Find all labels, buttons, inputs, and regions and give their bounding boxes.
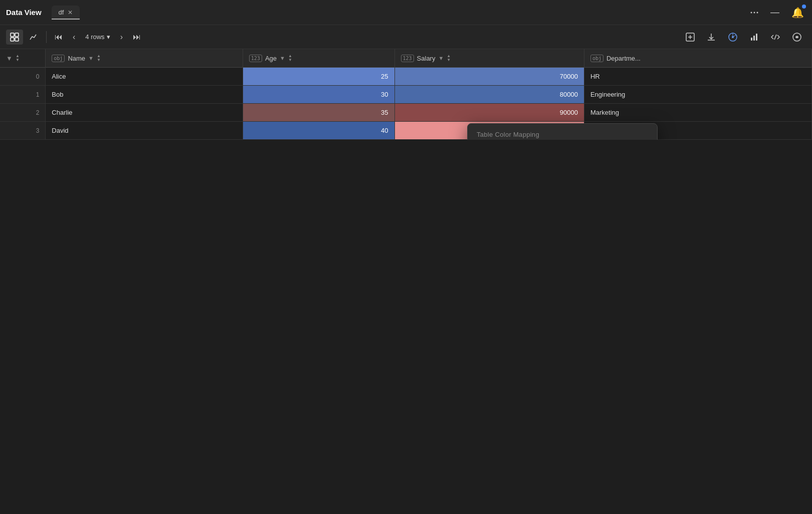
tab-label: df xyxy=(59,9,64,16)
add-column-button[interactable] xyxy=(682,30,699,45)
age-sort-icon[interactable]: ▲▼ xyxy=(288,54,292,62)
name-type-icon: obj xyxy=(52,55,65,62)
add-column-icon xyxy=(686,33,695,42)
row-0-name: Alice xyxy=(46,68,243,86)
row-2-index: 2 xyxy=(0,104,46,122)
table-area: ▼ ▲▼ obj Name ▼ ▲▼ 123 Age xyxy=(0,49,812,140)
name-column-label: Name xyxy=(68,55,85,62)
prev-page-button[interactable]: ‹ xyxy=(69,30,79,45)
tab-close-icon[interactable]: ✕ xyxy=(68,9,73,16)
row-0-dept: HR xyxy=(584,68,811,86)
stats-icon xyxy=(750,33,759,42)
table-view-button[interactable] xyxy=(6,30,23,45)
first-page-button[interactable]: ⏮ xyxy=(51,30,67,45)
code-button[interactable] xyxy=(767,30,784,45)
chart-view-button[interactable] xyxy=(25,30,42,45)
dept-type-icon: obj xyxy=(590,55,603,62)
filter-toggle-icon[interactable]: ▼ xyxy=(6,55,13,62)
notification-bell-icon: 🔔 xyxy=(791,7,804,19)
age-column-label: Age xyxy=(265,55,277,62)
svg-rect-6 xyxy=(15,38,19,41)
download-icon xyxy=(707,33,716,42)
app-name: Data View xyxy=(6,8,42,17)
row-1-dept: Engineering xyxy=(584,86,811,104)
table-header-row: ▼ ▲▼ obj Name ▼ ▲▼ 123 Age xyxy=(0,49,812,68)
table-row: 3 David 40 100000 Finance xyxy=(0,122,812,140)
row-1-index: 1 xyxy=(0,86,46,104)
svg-point-2 xyxy=(757,12,758,13)
svg-rect-15 xyxy=(756,34,757,41)
sort-arrows-icon[interactable]: ▲▼ xyxy=(16,54,20,62)
age-filter-icon[interactable]: ▼ xyxy=(280,55,285,61)
table-body: 0 Alice 25 70000 HR 1 Bob 30 80000 Engin… xyxy=(0,68,812,140)
svg-rect-3 xyxy=(11,33,14,37)
dropdown-title: Table Color Mapping xyxy=(468,124,657,140)
salary-sort-icon[interactable]: ▲▼ xyxy=(447,54,451,62)
stats-button[interactable] xyxy=(746,30,763,45)
table-row: 1 Bob 30 80000 Engineering xyxy=(0,86,812,104)
svg-point-18 xyxy=(796,36,798,38)
color-mapping-dropdown: Table Color Mapping Off Sequential ✓ Div… xyxy=(467,123,658,140)
color-mapping-button[interactable] xyxy=(724,29,742,45)
bell-button[interactable]: 🔔 xyxy=(789,5,806,21)
table-row: 0 Alice 25 70000 HR xyxy=(0,68,812,86)
age-type-icon: 123 xyxy=(249,55,262,62)
row-1-salary: 80000 xyxy=(394,86,584,104)
svg-point-12 xyxy=(732,36,734,38)
name-column-header: obj Name ▼ ▲▼ xyxy=(46,49,243,68)
salary-type-icon: 123 xyxy=(401,55,414,62)
row-3-age: 40 xyxy=(243,122,394,140)
row-1-age: 30 xyxy=(243,86,394,104)
minimize-button[interactable]: — xyxy=(768,5,781,20)
svg-rect-14 xyxy=(753,36,755,41)
row-2-salary: 90000 xyxy=(394,104,584,122)
row-0-salary: 70000 xyxy=(394,68,584,86)
index-header: ▼ ▲▼ xyxy=(0,49,46,68)
salary-filter-icon[interactable]: ▼ xyxy=(438,55,444,61)
row-0-age: 25 xyxy=(243,68,394,86)
table-view-icon xyxy=(10,33,19,42)
data-table: ▼ ▲▼ obj Name ▼ ▲▼ 123 Age xyxy=(0,49,812,140)
age-column-header: 123 Age ▼ ▲▼ xyxy=(243,49,394,68)
title-bar: Data View df ✕ — 🔔 xyxy=(0,0,812,25)
department-column-header: obj Departme... xyxy=(584,49,811,68)
svg-point-0 xyxy=(751,12,752,13)
salary-column-label: Salary xyxy=(417,55,436,62)
table-row: 2 Charlie 35 90000 Marketing xyxy=(0,104,812,122)
last-page-button[interactable]: ⏭ xyxy=(129,30,145,45)
toolbar: ⏮ ‹ 4 rows ▾ › ⏭ xyxy=(0,25,812,49)
color-mapping-icon xyxy=(728,32,738,42)
more-icon xyxy=(750,12,758,14)
name-sort-icon[interactable]: ▲▼ xyxy=(97,54,101,62)
row-2-dept: Marketing xyxy=(584,104,811,122)
row-3-name: David xyxy=(46,122,243,140)
row-0-index: 0 xyxy=(0,68,46,86)
svg-rect-5 xyxy=(11,38,14,41)
name-filter-icon[interactable]: ▼ xyxy=(88,55,94,61)
row-3-index: 3 xyxy=(0,122,46,140)
ai-button[interactable] xyxy=(788,29,806,45)
svg-rect-4 xyxy=(15,33,19,37)
svg-line-16 xyxy=(774,35,776,40)
more-options-button[interactable] xyxy=(748,10,760,16)
next-page-button[interactable]: › xyxy=(116,30,127,45)
rows-dropdown-chevron-icon: ▾ xyxy=(107,33,110,41)
row-2-name: Charlie xyxy=(46,104,243,122)
row-1-name: Bob xyxy=(46,86,243,104)
code-icon xyxy=(771,33,780,42)
dept-column-label: Departme... xyxy=(606,55,641,62)
tab-df[interactable]: df ✕ xyxy=(52,6,80,19)
svg-point-1 xyxy=(754,12,755,13)
toolbar-right xyxy=(682,29,806,45)
svg-rect-13 xyxy=(751,38,752,41)
title-bar-actions: — 🔔 xyxy=(748,5,806,21)
salary-column-header: 123 Salary ▼ ▲▼ xyxy=(394,49,584,68)
row-2-age: 35 xyxy=(243,104,394,122)
chart-view-icon xyxy=(29,33,38,42)
ai-icon xyxy=(792,32,802,42)
download-button[interactable] xyxy=(703,30,720,45)
toolbar-separator-1 xyxy=(46,31,47,43)
notification-badge xyxy=(802,5,806,9)
rows-selector[interactable]: 4 rows ▾ xyxy=(81,31,114,43)
rows-count-label: 4 rows xyxy=(85,33,104,41)
